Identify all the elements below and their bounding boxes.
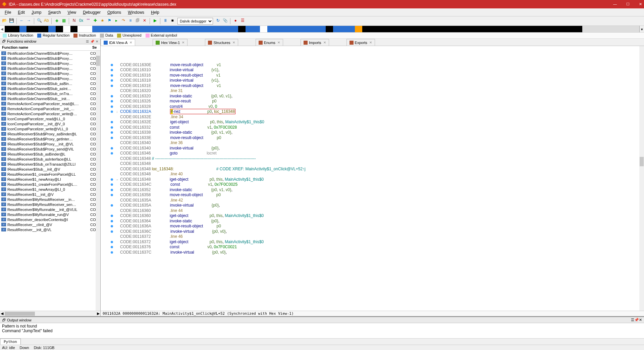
function-list[interactable]: fINotificationSideChannel$Stub$Proxy…CO…… <box>0 51 100 311</box>
function-row[interactable]: fIResultReceiver$Stub_asInterface@LLCO… <box>0 157 100 162</box>
cancel-icon[interactable]: ✕ <box>142 18 148 24</box>
save-icon[interactable]: 💾 <box>8 18 14 24</box>
play-icon[interactable]: ▶ <box>152 18 158 24</box>
menu-view[interactable]: View <box>64 9 79 15</box>
function-row[interactable]: fResultReceiver$MyResultReceiver__in…CO… <box>0 197 100 202</box>
menu-search[interactable]: Search <box>45 9 64 15</box>
plus-icon[interactable]: ✚ <box>92 18 98 24</box>
function-row[interactable]: fINotificationSideChannel$Stub$Proxy…CO… <box>0 56 100 61</box>
disasm-line[interactable]: CODE:00116320 invoke-static {p0, v0, v1}… <box>109 94 644 99</box>
function-row[interactable]: fIResultReceiver$Stub$Proxy__init_@VLCO… <box>0 141 100 146</box>
disasm-line[interactable]: CODE:00116332 const v1, 0x7F0C0028 <box>109 125 644 130</box>
function-row[interactable]: fRemoteActionCompatParcelizer_read@L…CO… <box>0 101 100 106</box>
close-button[interactable]: ✕ <box>639 2 642 6</box>
maximize-button[interactable]: ☐ <box>626 2 630 6</box>
mark-n-icon[interactable]: N <box>71 18 77 24</box>
tab-structures[interactable]: Structures✕ <box>205 39 238 46</box>
disasm-line[interactable]: CODE:0011635A invoke-virtual {p0}, <box>109 203 644 208</box>
function-row[interactable]: fIconCompatParcelizer_read@LL_0CO… <box>0 116 100 121</box>
debugger-select[interactable]: Dalvik debugger <box>177 18 213 25</box>
db-icon[interactable]: 🗐 <box>135 18 141 24</box>
function-row[interactable]: fResultReceiver$MyRunnable__init_@VLILCO… <box>0 207 100 212</box>
function-row[interactable]: fINotificationSideChannel$Stub_onTra…CO… <box>0 91 100 96</box>
disasm-line[interactable]: CODE:00116348 .line 40 <box>109 172 644 177</box>
attach-icon[interactable]: 📎 <box>222 18 228 24</box>
col-segment[interactable]: Se <box>90 44 100 50</box>
flag-icon[interactable]: ⚑ <box>106 18 112 24</box>
disasm-line[interactable]: CODE:00116360 .line 44 <box>109 208 644 214</box>
disasm-line[interactable]: CODE:0011636C invoke-virtual {p0, v0}, <box>109 229 644 234</box>
run-to-icon[interactable]: ▸ <box>113 18 119 24</box>
nav-strip[interactable]: ◀ ▾ <box>0 26 644 33</box>
disasm-line[interactable]: ↓CODE:0011632A if-nez p0, loc_116348 <box>109 109 644 115</box>
graph-icon[interactable]: ▦ <box>61 18 67 24</box>
disasm-line[interactable]: CODE:00116340 invoke-virtual {p0}, <box>109 146 644 151</box>
disasm-line[interactable]: CODE:00116318 invoke-virtual {v1}, <box>109 78 644 83</box>
disasm-line[interactable]: CODE:00116346 goto locret <box>109 151 644 156</box>
panel-menu-icon[interactable]: ☰ <box>86 40 89 43</box>
function-row[interactable]: fRemoteActionCompatParcelizer_write@…CO… <box>0 111 100 116</box>
function-row[interactable]: fResultReceiver$MyRunnable_run@VCO… <box>0 212 100 217</box>
disasm-line[interactable]: CODE:00116340 .line 36 <box>109 140 644 146</box>
disasm-line[interactable]: CODE:0011637C invoke-virtual {p0, v0}, <box>109 250 644 255</box>
function-row[interactable]: fIconCompatParcelizer_write@VLL_0CO… <box>0 126 100 131</box>
disasm-line[interactable]: CODE:0011633E move-result-object p0 <box>109 135 644 141</box>
disasm-line[interactable]: CODE:0011634C const v1, 0x7F0C0025 <box>109 182 644 187</box>
function-row[interactable]: fIResultReceiver$Stub_onTransact@ZILLICO… <box>0 162 100 167</box>
open-icon[interactable]: 📂 <box>1 18 7 24</box>
function-row[interactable]: fINotificationSideChannel$Stub$Proxy…CO… <box>0 66 100 71</box>
function-row[interactable]: fIResultReceiver$Stub$Proxy_getInter…CO… <box>0 136 100 141</box>
disasm-line[interactable]: CODE:0011636A move-result-object p0 <box>109 224 644 229</box>
function-row[interactable]: fINotificationSideChannel$Stub$Proxy…CO… <box>0 71 100 76</box>
menu-help[interactable]: Help <box>148 9 163 15</box>
function-row[interactable]: fResultReceiver_describeContents@ICO… <box>0 217 100 222</box>
col-name[interactable]: Function name <box>0 44 90 50</box>
function-row[interactable]: fResultReceiver$1_createFromParcel@LLCO… <box>0 172 100 177</box>
tab-close-icon[interactable]: ✕ <box>369 41 372 44</box>
disasm-line[interactable]: CODE:00116310 invoke-virtual {v1}, <box>109 68 644 73</box>
function-row[interactable]: fResultReceiver$MyResultReceiver_sen…CO… <box>0 202 100 207</box>
output-body[interactable]: Pattern is not foundCommand "JumpText" f… <box>0 323 644 338</box>
function-row[interactable]: fINotificationSideChannel$Stub__init…CO… <box>0 96 100 101</box>
disasm-line[interactable]: CODE:00116316 move-result-object v1 <box>109 73 644 78</box>
disasm-line[interactable]: CODE:00116338 invoke-static {p0, v1, v0}… <box>109 130 644 135</box>
disasm-line[interactable]: →CODE:00116348 iget-object p0, this, Mai… <box>109 177 644 182</box>
panel-close-icon[interactable]: ✕ <box>96 40 98 43</box>
disasm-line[interactable]: CODE:0011632E iget-object p0, this, Main… <box>109 120 644 125</box>
output-close-icon[interactable]: ✕ <box>639 318 642 322</box>
tab-close-icon[interactable]: ✕ <box>323 41 326 44</box>
nav-dropdown-icon[interactable]: ▾ <box>639 26 644 32</box>
disasm-line[interactable]: CODE:00116348 # ------------------------… <box>109 156 644 162</box>
hex-icon[interactable]: 0x <box>78 18 84 24</box>
output-pin-icon[interactable]: 📌 <box>634 318 639 322</box>
zoom-fit-icon[interactable]: ◈ <box>54 18 60 24</box>
disasm-line[interactable]: CODE:0011631E move-result-object v1 <box>109 83 644 89</box>
function-row[interactable]: fINotificationSideChannel$Stub$Proxy…CO… <box>0 51 100 56</box>
menu-options[interactable]: Options <box>104 9 124 15</box>
tab-imports[interactable]: Imports✕ <box>301 39 329 46</box>
stop-icon[interactable]: ■ <box>169 18 175 24</box>
menu-edit[interactable]: Edit <box>14 9 28 15</box>
disasm-line[interactable]: CODE:00116348 loc_116348: # CODE XREF: M… <box>109 167 644 172</box>
function-row[interactable]: fIconCompatParcelizer__init_@V_0CO… <box>0 121 100 126</box>
function-row[interactable]: fINotificationSideChannel$Stub_asBin…CO… <box>0 81 100 86</box>
disasm-line[interactable]: CODE:00116372 iget-object p0, this, Main… <box>109 239 644 245</box>
function-row[interactable]: fResultReceiver$1_newArray@LICO… <box>0 177 100 182</box>
disasm-line[interactable]: CODE:00116328 const/4 v0, 0 <box>109 104 644 110</box>
function-row[interactable]: fINotificationSideChannel$Stub$Proxy…CO… <box>0 61 100 66</box>
disasm-line[interactable]: CODE:00116352 invoke-static {p0, v1, v0}… <box>109 187 644 193</box>
disasm-line[interactable]: CODE:00116358 move-result-object p0 <box>109 192 644 198</box>
function-row[interactable]: fIResultReceiver$Stub_asBinder@LCO… <box>0 151 100 157</box>
search-text-icon[interactable]: Ab <box>43 18 49 24</box>
function-row[interactable]: fResultReceiver__init_@VLCO… <box>0 227 100 232</box>
disasm-line[interactable]: CODE:0011632E .line 34 <box>109 115 644 120</box>
function-row[interactable]: fRemoteActionCompatParcelizer__init_…CO… <box>0 106 100 111</box>
disassembly-view[interactable]: CODE:0011630E move-result-object v1CODE:… <box>101 46 644 311</box>
disasm-line[interactable]: CODE:00116326 move-result p0 <box>109 99 644 104</box>
tab-close-icon[interactable]: ✕ <box>182 41 184 44</box>
function-row[interactable]: fIResultReceiver$Stub$Proxy_asBinder@LCO… <box>0 131 100 136</box>
pause-icon[interactable]: ⏸ <box>162 18 168 24</box>
panel-pin-icon[interactable]: 📌 <box>90 40 94 43</box>
function-row[interactable]: fIResultReceiver$Stub$Proxy_send@VILCO… <box>0 146 100 151</box>
tab-enums[interactable]: Enums✕ <box>256 39 283 46</box>
